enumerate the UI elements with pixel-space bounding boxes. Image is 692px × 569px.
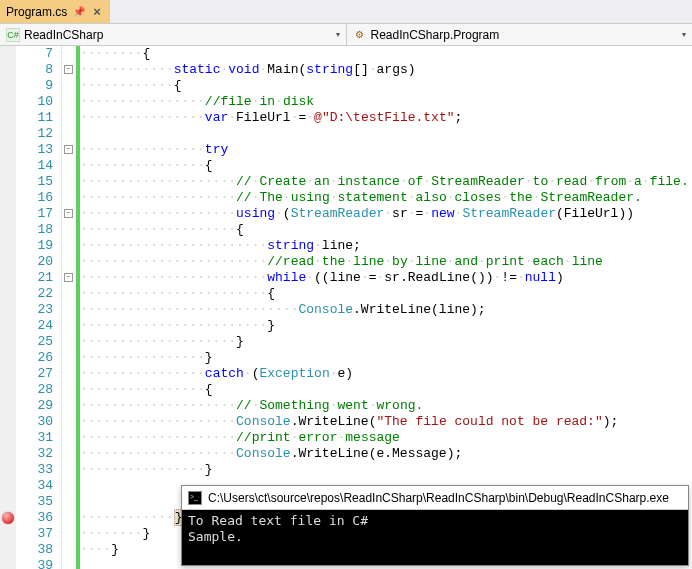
- pin-icon[interactable]: 📌: [73, 6, 85, 17]
- code-line[interactable]: ························//read·the·line·…: [80, 254, 692, 270]
- line-number: 15: [16, 174, 53, 190]
- console-window[interactable]: C:\Users\ct\source\repos\ReadInCSharp\Re…: [181, 485, 689, 566]
- line-number: 23: [16, 302, 53, 318]
- console-icon: [188, 491, 202, 505]
- close-icon[interactable]: ×: [91, 4, 103, 19]
- line-number-gutter: 7891011121314151617181920212223242526272…: [16, 46, 62, 569]
- nav-right-text: ReadInCSharp.Program: [371, 28, 500, 42]
- line-number: 34: [16, 478, 53, 494]
- line-number: 32: [16, 446, 53, 462]
- breakpoint-column[interactable]: [0, 46, 16, 569]
- line-number: 22: [16, 286, 53, 302]
- code-line[interactable]: ····················}: [80, 334, 692, 350]
- nav-left-dropdown[interactable]: C# ReadInCSharp ▾: [0, 24, 347, 45]
- breakpoint-icon[interactable]: [2, 512, 14, 524]
- code-line[interactable]: ············static·void·Main(string[]·ar…: [80, 62, 692, 78]
- code-line[interactable]: ························string·line;: [80, 238, 692, 254]
- line-number: 29: [16, 398, 53, 414]
- code-line[interactable]: ····················Console.WriteLine("T…: [80, 414, 692, 430]
- code-line[interactable]: ····················//·Something·went·wr…: [80, 398, 692, 414]
- line-number: 33: [16, 462, 53, 478]
- code-line[interactable]: ················//file·in·disk: [80, 94, 692, 110]
- tab-bar: Program.cs 📌 ×: [0, 0, 692, 24]
- line-number: 20: [16, 254, 53, 270]
- chevron-down-icon: ▾: [336, 30, 340, 39]
- line-number: 24: [16, 318, 53, 334]
- line-number: 7: [16, 46, 53, 62]
- line-number: 9: [16, 78, 53, 94]
- console-line: Sample.: [188, 529, 682, 545]
- line-number: 25: [16, 334, 53, 350]
- line-number: 11: [16, 110, 53, 126]
- line-number: 19: [16, 238, 53, 254]
- code-line[interactable]: ····················//·The·using·stateme…: [80, 190, 692, 206]
- code-line[interactable]: ················}: [80, 462, 692, 478]
- code-line[interactable]: ····················Console.WriteLine(e.…: [80, 446, 692, 462]
- code-line[interactable]: [80, 126, 692, 142]
- nav-bar: C# ReadInCSharp ▾ ⚙ ReadInCSharp.Program…: [0, 24, 692, 46]
- line-number: 18: [16, 222, 53, 238]
- fold-toggle-icon[interactable]: -: [64, 145, 73, 154]
- line-number: 28: [16, 382, 53, 398]
- line-number: 10: [16, 94, 53, 110]
- tab-filename: Program.cs: [6, 5, 67, 19]
- console-title-text: C:\Users\ct\source\repos\ReadInCSharp\Re…: [208, 491, 669, 505]
- console-titlebar[interactable]: C:\Users\ct\source\repos\ReadInCSharp\Re…: [182, 486, 688, 510]
- code-line[interactable]: ················var·FileUrl·=·@"D:\testF…: [80, 110, 692, 126]
- code-line[interactable]: ····························Console.Writ…: [80, 302, 692, 318]
- fold-toggle-icon[interactable]: -: [64, 209, 73, 218]
- code-line[interactable]: ············{: [80, 78, 692, 94]
- line-number: 35: [16, 494, 53, 510]
- code-line[interactable]: ················{: [80, 382, 692, 398]
- class-icon: ⚙: [353, 28, 367, 42]
- fold-toggle-icon[interactable]: -: [64, 65, 73, 74]
- code-line[interactable]: ························}: [80, 318, 692, 334]
- code-line[interactable]: ························{: [80, 286, 692, 302]
- line-number: 31: [16, 430, 53, 446]
- line-number: 27: [16, 366, 53, 382]
- line-number: 21: [16, 270, 53, 286]
- chevron-down-icon: ▾: [682, 30, 686, 39]
- line-number: 36: [16, 510, 53, 526]
- fold-toggle-icon[interactable]: -: [64, 273, 73, 282]
- code-line[interactable]: ····················//·Create·an·instanc…: [80, 174, 692, 190]
- nav-left-text: ReadInCSharp: [24, 28, 103, 42]
- console-line: To Read text file in C#: [188, 513, 682, 529]
- line-number: 12: [16, 126, 53, 142]
- tab-program-cs[interactable]: Program.cs 📌 ×: [0, 0, 110, 23]
- line-number: 16: [16, 190, 53, 206]
- line-number: 37: [16, 526, 53, 542]
- code-line[interactable]: ················try: [80, 142, 692, 158]
- code-line[interactable]: ········{: [80, 46, 692, 62]
- line-number: 38: [16, 542, 53, 558]
- line-number: 14: [16, 158, 53, 174]
- line-number: 17: [16, 206, 53, 222]
- code-line[interactable]: ····················{: [80, 222, 692, 238]
- code-line[interactable]: ····················using·(StreamReader·…: [80, 206, 692, 222]
- csharp-project-icon: C#: [6, 28, 20, 42]
- fold-column[interactable]: ----: [62, 46, 76, 569]
- line-number: 39: [16, 558, 53, 569]
- line-number: 30: [16, 414, 53, 430]
- code-line[interactable]: ················}: [80, 350, 692, 366]
- code-line[interactable]: ················catch·(Exception·e): [80, 366, 692, 382]
- code-line[interactable]: ························while·((line·=·s…: [80, 270, 692, 286]
- code-line[interactable]: ····················//print·error·messag…: [80, 430, 692, 446]
- line-number: 13: [16, 142, 53, 158]
- line-number: 8: [16, 62, 53, 78]
- code-line[interactable]: ················{: [80, 158, 692, 174]
- nav-right-dropdown[interactable]: ⚙ ReadInCSharp.Program ▾: [347, 24, 693, 45]
- line-number: 26: [16, 350, 53, 366]
- console-output: To Read text file in C#Sample.: [182, 510, 688, 565]
